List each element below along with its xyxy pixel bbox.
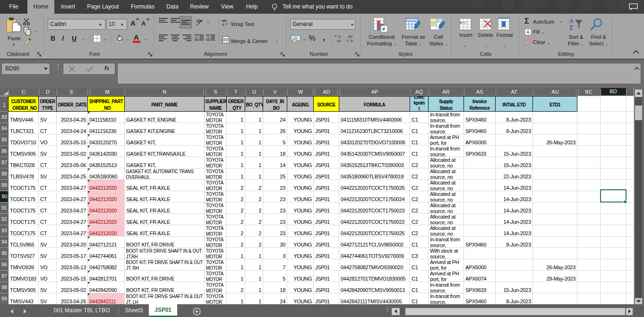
svg-text:.0: .0 (337, 35, 341, 39)
svg-text:.0: .0 (350, 39, 353, 43)
svg-text:Z: Z (569, 25, 573, 31)
svg-text:ab: ab (196, 18, 201, 23)
svg-text:c: c (222, 22, 224, 26)
svg-text:.00: .00 (336, 39, 342, 43)
svg-text:A: A (569, 18, 574, 25)
svg-text:≠: ≠ (382, 26, 386, 32)
svg-text:.00: .00 (347, 35, 353, 39)
